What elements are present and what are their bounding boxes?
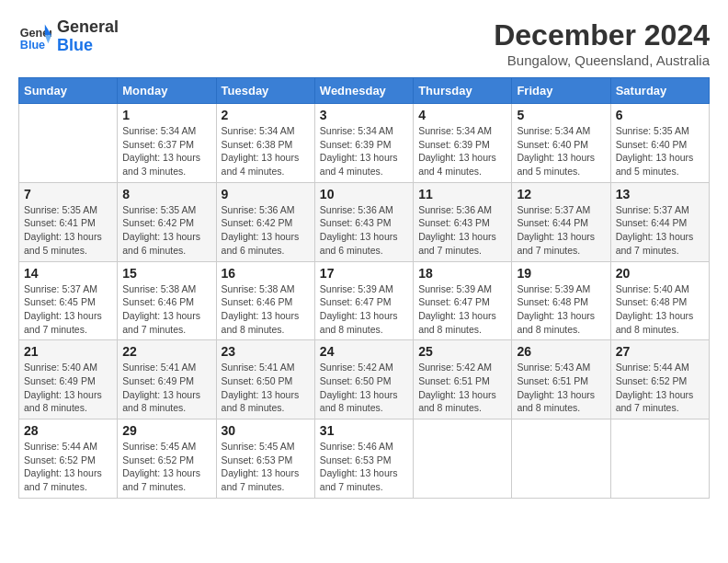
calendar-cell: 18Sunrise: 5:39 AMSunset: 6:47 PMDayligh… <box>414 261 512 340</box>
day-number: 20 <box>616 266 704 281</box>
day-info: Sunrise: 5:36 AMSunset: 6:43 PMDaylight:… <box>320 203 408 258</box>
day-number: 27 <box>616 344 704 359</box>
day-number: 5 <box>517 108 605 122</box>
calendar-cell: 10Sunrise: 5:36 AMSunset: 6:43 PMDayligh… <box>314 182 413 261</box>
day-info: Sunrise: 5:44 AMSunset: 6:52 PMDaylight:… <box>24 440 112 494</box>
day-info: Sunrise: 5:41 AMSunset: 6:49 PMDaylight:… <box>122 361 210 415</box>
day-info: Sunrise: 5:46 AMSunset: 6:53 PMDaylight:… <box>320 440 408 494</box>
day-info: Sunrise: 5:38 AMSunset: 6:46 PMDaylight:… <box>222 282 310 337</box>
day-number: 3 <box>320 108 408 122</box>
calendar-cell: 29Sunrise: 5:45 AMSunset: 6:52 PMDayligh… <box>118 419 216 499</box>
day-info: Sunrise: 5:45 AMSunset: 6:52 PMDaylight:… <box>122 440 210 494</box>
day-number: 15 <box>122 266 210 281</box>
day-info: Sunrise: 5:34 AMSunset: 6:40 PMDaylight:… <box>517 124 605 178</box>
day-number: 22 <box>122 344 210 359</box>
day-number: 1 <box>122 108 210 122</box>
day-number: 26 <box>517 344 605 359</box>
calendar-cell: 28Sunrise: 5:44 AMSunset: 6:52 PMDayligh… <box>19 419 118 499</box>
day-number: 6 <box>616 108 704 122</box>
calendar-cell: 30Sunrise: 5:45 AMSunset: 6:53 PMDayligh… <box>216 419 314 499</box>
day-info: Sunrise: 5:39 AMSunset: 6:47 PMDaylight:… <box>418 282 506 337</box>
calendar-cell <box>414 419 512 499</box>
day-info: Sunrise: 5:41 AMSunset: 6:50 PMDaylight:… <box>222 361 310 415</box>
day-info: Sunrise: 5:35 AMSunset: 6:40 PMDaylight:… <box>616 124 704 178</box>
calendar-cell: 13Sunrise: 5:37 AMSunset: 6:44 PMDayligh… <box>610 182 709 261</box>
day-number: 16 <box>222 266 310 281</box>
day-info: Sunrise: 5:37 AMSunset: 6:44 PMDaylight:… <box>616 203 704 258</box>
calendar-week-row: 7Sunrise: 5:35 AMSunset: 6:41 PMDaylight… <box>19 182 710 261</box>
calendar-cell: 20Sunrise: 5:40 AMSunset: 6:48 PMDayligh… <box>610 261 709 340</box>
day-info: Sunrise: 5:43 AMSunset: 6:51 PMDaylight:… <box>517 361 605 415</box>
day-info: Sunrise: 5:35 AMSunset: 6:41 PMDaylight:… <box>24 203 112 258</box>
day-number: 14 <box>24 266 112 281</box>
day-info: Sunrise: 5:34 AMSunset: 6:39 PMDaylight:… <box>320 124 408 178</box>
col-tuesday: Tuesday <box>216 78 314 104</box>
calendar-cell: 11Sunrise: 5:36 AMSunset: 6:43 PMDayligh… <box>414 182 512 261</box>
calendar-week-row: 21Sunrise: 5:40 AMSunset: 6:49 PMDayligh… <box>19 340 710 419</box>
calendar-cell: 5Sunrise: 5:34 AMSunset: 6:40 PMDaylight… <box>512 104 610 183</box>
day-info: Sunrise: 5:38 AMSunset: 6:46 PMDaylight:… <box>122 282 210 337</box>
col-monday: Monday <box>118 78 216 104</box>
day-number: 13 <box>616 187 704 201</box>
header: General Blue General Blue December 2024 … <box>18 18 710 68</box>
col-friday: Friday <box>512 78 610 104</box>
calendar-cell: 22Sunrise: 5:41 AMSunset: 6:49 PMDayligh… <box>118 340 216 419</box>
day-info: Sunrise: 5:35 AMSunset: 6:42 PMDaylight:… <box>122 203 210 258</box>
calendar-cell: 14Sunrise: 5:37 AMSunset: 6:45 PMDayligh… <box>19 261 118 340</box>
day-info: Sunrise: 5:34 AMSunset: 6:39 PMDaylight:… <box>418 124 506 178</box>
day-number: 12 <box>517 187 605 201</box>
calendar-week-row: 14Sunrise: 5:37 AMSunset: 6:45 PMDayligh… <box>19 261 710 340</box>
calendar-cell: 2Sunrise: 5:34 AMSunset: 6:38 PMDaylight… <box>216 104 314 183</box>
calendar-cell: 8Sunrise: 5:35 AMSunset: 6:42 PMDaylight… <box>118 182 216 261</box>
subtitle: Bungalow, Queensland, Australia <box>494 52 710 68</box>
day-number: 8 <box>122 187 210 201</box>
logo-general: General <box>57 18 119 37</box>
calendar-cell: 21Sunrise: 5:40 AMSunset: 6:49 PMDayligh… <box>19 340 118 419</box>
day-number: 28 <box>24 423 112 438</box>
svg-text:Blue: Blue <box>20 38 45 51</box>
calendar-cell: 3Sunrise: 5:34 AMSunset: 6:39 PMDaylight… <box>314 104 413 183</box>
day-number: 25 <box>418 344 506 359</box>
day-info: Sunrise: 5:39 AMSunset: 6:48 PMDaylight:… <box>517 282 605 337</box>
day-info: Sunrise: 5:42 AMSunset: 6:51 PMDaylight:… <box>418 361 506 415</box>
col-wednesday: Wednesday <box>314 78 413 104</box>
day-number: 11 <box>418 187 506 201</box>
day-number: 31 <box>320 423 408 438</box>
logo: General Blue General Blue <box>18 18 119 55</box>
day-info: Sunrise: 5:42 AMSunset: 6:50 PMDaylight:… <box>320 361 408 415</box>
day-info: Sunrise: 5:40 AMSunset: 6:48 PMDaylight:… <box>616 282 704 337</box>
calendar-cell: 6Sunrise: 5:35 AMSunset: 6:40 PMDaylight… <box>610 104 709 183</box>
calendar-week-row: 28Sunrise: 5:44 AMSunset: 6:52 PMDayligh… <box>19 419 710 499</box>
day-number: 18 <box>418 266 506 281</box>
day-number: 30 <box>222 423 310 438</box>
col-sunday: Sunday <box>19 78 118 104</box>
day-info: Sunrise: 5:34 AMSunset: 6:37 PMDaylight:… <box>122 124 210 178</box>
day-number: 17 <box>320 266 408 281</box>
day-number: 4 <box>418 108 506 122</box>
logo-icon: General Blue <box>18 20 51 53</box>
day-number: 24 <box>320 344 408 359</box>
day-number: 7 <box>24 187 112 201</box>
calendar-cell <box>512 419 610 499</box>
day-info: Sunrise: 5:44 AMSunset: 6:52 PMDaylight:… <box>616 361 704 415</box>
day-number: 23 <box>222 344 310 359</box>
header-row: Sunday Monday Tuesday Wednesday Thursday… <box>19 78 710 104</box>
calendar-cell: 27Sunrise: 5:44 AMSunset: 6:52 PMDayligh… <box>610 340 709 419</box>
calendar-cell: 19Sunrise: 5:39 AMSunset: 6:48 PMDayligh… <box>512 261 610 340</box>
day-info: Sunrise: 5:39 AMSunset: 6:47 PMDaylight:… <box>320 282 408 337</box>
day-info: Sunrise: 5:45 AMSunset: 6:53 PMDaylight:… <box>222 440 310 494</box>
calendar-cell: 4Sunrise: 5:34 AMSunset: 6:39 PMDaylight… <box>414 104 512 183</box>
day-number: 29 <box>122 423 210 438</box>
day-number: 19 <box>517 266 605 281</box>
calendar-cell: 26Sunrise: 5:43 AMSunset: 6:51 PMDayligh… <box>512 340 610 419</box>
calendar-cell: 24Sunrise: 5:42 AMSunset: 6:50 PMDayligh… <box>314 340 413 419</box>
calendar-cell: 16Sunrise: 5:38 AMSunset: 6:46 PMDayligh… <box>216 261 314 340</box>
calendar-cell: 25Sunrise: 5:42 AMSunset: 6:51 PMDayligh… <box>414 340 512 419</box>
day-info: Sunrise: 5:37 AMSunset: 6:45 PMDaylight:… <box>24 282 112 337</box>
calendar-cell: 1Sunrise: 5:34 AMSunset: 6:37 PMDaylight… <box>118 104 216 183</box>
calendar-cell: 7Sunrise: 5:35 AMSunset: 6:41 PMDaylight… <box>19 182 118 261</box>
main-title: December 2024 <box>494 18 710 52</box>
day-number: 10 <box>320 187 408 201</box>
calendar-cell: 12Sunrise: 5:37 AMSunset: 6:44 PMDayligh… <box>512 182 610 261</box>
day-info: Sunrise: 5:36 AMSunset: 6:43 PMDaylight:… <box>418 203 506 258</box>
